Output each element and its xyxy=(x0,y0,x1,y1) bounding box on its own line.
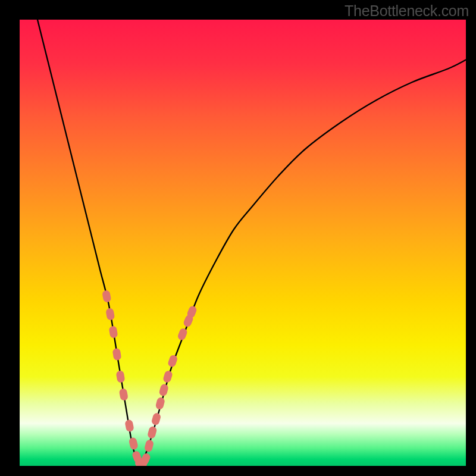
chart-frame: TheBottleneck.com xyxy=(0,0,476,476)
attribution-watermark: TheBottleneck.com xyxy=(345,2,469,20)
plot-svg xyxy=(20,20,466,466)
gradient-background xyxy=(20,20,466,466)
plot-area xyxy=(20,20,466,466)
